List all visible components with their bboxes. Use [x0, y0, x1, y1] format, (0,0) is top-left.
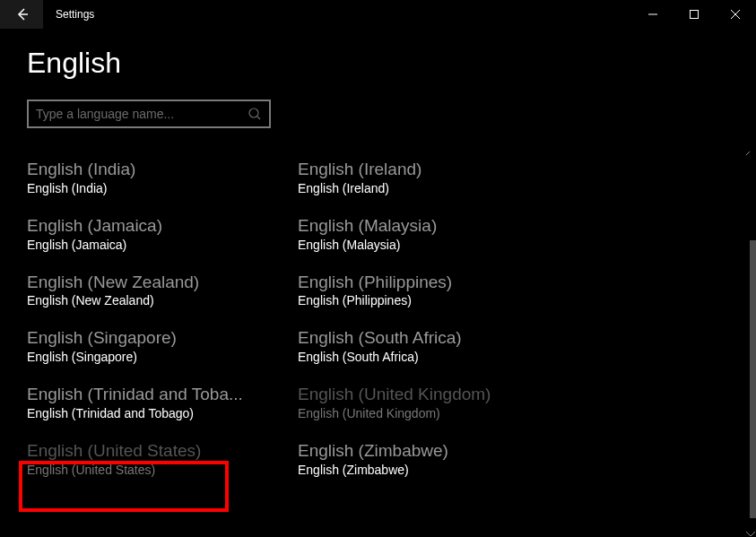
- language-grid: English (India)English (India)English (I…: [27, 157, 729, 479]
- language-subtitle: English (United States): [27, 463, 292, 477]
- language-title: English (South Africa): [298, 327, 563, 349]
- language-item[interactable]: English (Malaysia)English (Malaysia): [298, 213, 563, 254]
- titlebar: Settings: [0, 0, 756, 29]
- language-title: English (Philippines): [298, 272, 563, 293]
- language-subtitle: English (Jamaica): [27, 238, 292, 252]
- language-title: English (New Zealand): [27, 272, 292, 293]
- language-title: English (Singapore): [27, 327, 292, 349]
- language-subtitle: English (Philippines): [298, 293, 563, 307]
- language-subtitle: English (New Zealand): [27, 293, 292, 307]
- page-title: English: [27, 47, 729, 80]
- language-subtitle: English (Zimbabwe): [298, 463, 563, 477]
- language-item[interactable]: English (Philippines)English (Philippine…: [298, 270, 563, 310]
- language-item[interactable]: English (South Africa)English (South Afr…: [298, 325, 563, 366]
- language-subtitle: English (Ireland): [298, 181, 563, 195]
- language-title: English (Zimbabwe): [298, 440, 563, 462]
- language-title: English (Jamaica): [27, 215, 292, 237]
- search-icon: [248, 107, 262, 121]
- language-title: English (Trinidad and Toba...: [27, 384, 292, 405]
- language-item[interactable]: English (United Kingdom)English (United …: [298, 382, 563, 422]
- language-item[interactable]: English (India)English (India): [27, 157, 292, 197]
- language-subtitle: English (South Africa): [298, 350, 563, 364]
- language-item[interactable]: English (New Zealand)English (New Zealan…: [27, 270, 292, 310]
- language-title: English (United States): [27, 440, 292, 462]
- language-title: English (India): [27, 159, 292, 180]
- language-title: English (United Kingdom): [298, 384, 563, 405]
- scroll-down-arrow[interactable]: [745, 525, 756, 536]
- language-item[interactable]: English (Ireland)English (Ireland): [298, 157, 563, 197]
- back-button[interactable]: [0, 0, 43, 29]
- language-item[interactable]: English (Zimbabwe)English (Zimbabwe): [298, 438, 563, 479]
- scrollbar-thumb[interactable]: [750, 240, 756, 518]
- language-subtitle: English (India): [27, 181, 292, 195]
- language-item[interactable]: English (Jamaica)English (Jamaica): [27, 213, 292, 254]
- window-controls: [632, 0, 756, 29]
- language-subtitle: English (Malaysia): [298, 238, 563, 252]
- svg-line-6: [257, 117, 260, 119]
- language-title: English (Ireland): [298, 159, 563, 180]
- language-item[interactable]: English (United States)English (United S…: [27, 438, 292, 479]
- language-title: English (Malaysia): [298, 215, 563, 237]
- arrow-left-icon: [14, 7, 29, 22]
- svg-rect-2: [691, 11, 699, 19]
- content-area: English English (India)English (India)En…: [0, 47, 756, 479]
- minimize-icon: [648, 10, 657, 19]
- maximize-icon: [690, 10, 699, 19]
- search-input[interactable]: [36, 107, 248, 121]
- language-subtitle: English (United Kingdom): [298, 406, 563, 420]
- language-item[interactable]: English (Trinidad and Toba...English (Tr…: [27, 382, 292, 422]
- close-icon: [731, 10, 740, 19]
- language-subtitle: English (Trinidad and Tobago): [27, 406, 292, 420]
- close-button[interactable]: [715, 0, 756, 29]
- language-subtitle: English (Singapore): [27, 350, 292, 364]
- scrollbar-track[interactable]: [750, 142, 756, 532]
- svg-point-5: [249, 108, 258, 117]
- maximize-button[interactable]: [673, 0, 715, 29]
- minimize-button[interactable]: [632, 0, 673, 29]
- window-title: Settings: [56, 8, 94, 21]
- search-box[interactable]: [27, 100, 271, 128]
- language-item[interactable]: English (Singapore)English (Singapore): [27, 325, 292, 366]
